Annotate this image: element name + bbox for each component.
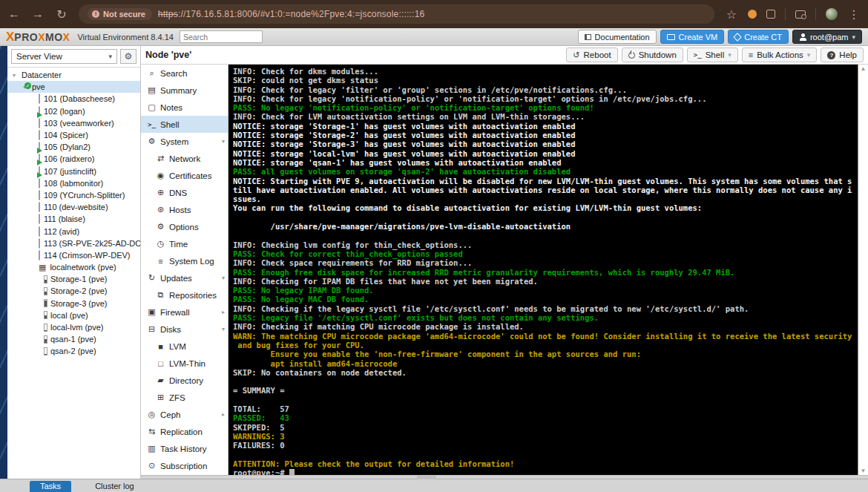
tree-item-107-justinclift[interactable]: 107 (justinclift) [7, 165, 140, 177]
menu-item-lvmthin[interactable]: □LVM-Thin [141, 355, 228, 372]
tree-item-103-veeamworker[interactable]: 103 (veeamworker) [7, 117, 140, 129]
global-search-input[interactable] [180, 30, 263, 43]
panel-splitter[interactable] [141, 475, 868, 479]
tree-item-storage-1-pve[interactable]: Storage-1 (pve) [7, 273, 140, 285]
menu-item-syslog[interactable]: ≡System Log [141, 252, 228, 269]
bulk-actions-button[interactable]: ≡Bulk Actions▾ [742, 47, 818, 62]
shell-terminal[interactable]: INFO: Check for dkms modules...SKIP: cou… [228, 65, 868, 475]
forward-icon[interactable]: → [31, 7, 45, 21]
view-selector[interactable]: Server View▾ [11, 49, 117, 64]
not-secure-badge[interactable]: ! Not secure [88, 8, 152, 20]
expand-caret-icon[interactable]: ▾ [10, 72, 18, 79]
bookmark-star-icon[interactable]: ☆ [725, 7, 738, 22]
tree-item-101-dabascheese[interactable]: 101 (Dabascheese) [7, 93, 140, 105]
menu-item-summary[interactable]: ▤Summary [141, 82, 228, 99]
tree-item-storage-2-pve[interactable]: Storage-2 (pve) [7, 285, 140, 297]
shutdown-button[interactable]: Shutdown [622, 47, 683, 62]
menu-item-search[interactable]: ⌕Search [141, 65, 228, 82]
create-ct-button[interactable]: Create CT [728, 30, 789, 44]
collapse-caret-icon[interactable]: ▾ [222, 275, 225, 281]
expand-caret-icon[interactable]: ▸ [222, 309, 225, 315]
tree-item-localnetwork-pve[interactable]: ▦localnetwork (pve) [7, 261, 140, 273]
tree-item-qsan-2-pve[interactable]: qsan-2 (pve) [7, 345, 140, 357]
menu-item-hosts[interactable]: ⊛Hosts [141, 201, 228, 218]
monitor-icon [667, 34, 675, 40]
menu-item-directory[interactable]: ▰Directory [141, 372, 228, 389]
help-button[interactable]: ?Help [821, 47, 864, 62]
menu-item-ceph[interactable]: ◎Ceph▸ [141, 406, 228, 423]
tree-item-109-ycrunch-splitter[interactable]: 109 (YCrunch-Splitter) [7, 189, 140, 201]
tree-item-qsan-1-pve[interactable]: qsan-1 (pve) [7, 333, 140, 345]
tab-search-icon[interactable] [795, 10, 806, 19]
help-icon: ? [827, 51, 835, 59]
menu-item-zfs[interactable]: ⊞ZFS [141, 389, 228, 406]
reload-icon[interactable]: ↻ [55, 7, 68, 22]
address-bar[interactable]: ! Not secure https://176.16.5.81:8006/#v… [79, 4, 714, 24]
chrome-actions: ☆ ⋮ [725, 7, 861, 22]
menu-item-network[interactable]: ⇄Network [141, 150, 228, 167]
tree-item-datacenter[interactable]: ▾Datacenter [7, 69, 140, 81]
tree-item-104-spicer[interactable]: 104 (Spicer) [7, 129, 140, 141]
splitter-handle[interactable] [417, 476, 436, 479]
menu-item-repositories[interactable]: ⧉Repositories [141, 286, 228, 304]
collapse-caret-icon[interactable]: ▾ [222, 138, 225, 145]
extensions-puzzle-icon[interactable] [766, 10, 775, 19]
tree-item-pve[interactable]: ▾pve [7, 81, 140, 93]
tab-cluster-log[interactable]: Cluster log [85, 481, 145, 492]
tree-item-label: 112 (avid) [44, 227, 79, 236]
tree-item-106-raidxero[interactable]: 106 (raidxero) [7, 153, 140, 165]
tree-item-111-blaise[interactable]: 111 (blaise) [7, 213, 140, 225]
tree-item-102-logan[interactable]: 102 (logan) [7, 105, 140, 117]
expand-caret-icon[interactable]: ▸ [222, 411, 225, 418]
collapse-caret-icon[interactable]: ▾ [222, 326, 225, 332]
terminal-scrollbar[interactable]: ▲ ▼ [858, 65, 868, 475]
tree-item-local-pve[interactable]: local (pve) [7, 309, 140, 321]
tree-item-label: Storage-3 (pve) [50, 299, 107, 308]
menu-item-certificates[interactable]: ◉Certificates [141, 167, 228, 184]
menu-item-dns[interactable]: ⊕DNS [141, 184, 228, 201]
terminal-line: NOTICE: storage 'Storage-1' has guest vo… [233, 122, 858, 131]
tree-item-local-lvm-pve[interactable]: local-lvm (pve) [7, 321, 140, 333]
terminal-output: INFO: Check for dkms modules...SKIP: cou… [228, 65, 858, 475]
menu-item-updates[interactable]: ↻Updates▾ [141, 269, 228, 286]
tree-item-114-crimson-wp-dev[interactable]: 114 (Crimson-WP-DEV) [7, 249, 140, 261]
menu-item-taskhistory[interactable]: ▥Task History [141, 440, 228, 457]
menu-item-firewall[interactable]: ▣Firewall▸ [141, 304, 228, 321]
menu-item-time[interactable]: ◷Time [141, 235, 228, 252]
tree-settings-button[interactable]: ⚙ [120, 49, 137, 64]
menu-item-replication[interactable]: ⇆Replication [141, 423, 228, 440]
menu-item-subscription[interactable]: ⊙Subscription [141, 457, 228, 474]
back-icon[interactable]: ← [7, 7, 21, 21]
tree-item-label: 107 (justinclift) [44, 167, 96, 176]
menu-item-notes[interactable]: ▢Notes [141, 99, 228, 116]
menu-item-shell[interactable]: >_Shell [141, 116, 228, 133]
terminal-line: /usr/share/pve-manager/migrations/pve-lv… [233, 222, 858, 231]
extension-icon[interactable] [748, 10, 757, 19]
user-menu-button[interactable]: root@pam▾ [792, 30, 862, 44]
menu-item-disks[interactable]: ⊟Disks▾ [141, 321, 228, 338]
scroll-up-icon[interactable]: ▲ [861, 65, 867, 73]
terminal-line: PASS: Legacy file '/etc/sysctl.conf' exi… [233, 313, 858, 322]
terminal-line [233, 231, 858, 240]
menu-dots-icon[interactable]: ⋮ [847, 7, 861, 22]
chevron-down-icon: ▾ [108, 53, 112, 60]
terminal-line: INFO: Checking if the legacy sysctl file… [233, 304, 858, 313]
menu-item-options[interactable]: ⚙Options [141, 218, 228, 235]
reboot-button[interactable]: ↺Reboot [566, 47, 617, 62]
tree-item-108-labmonitor[interactable]: 108 (labmonitor) [7, 177, 140, 189]
tab-tasks[interactable]: Tasks [30, 481, 71, 492]
tree-item-105-dylan2[interactable]: 105 (Dylan2) [7, 141, 140, 153]
menu-item-system[interactable]: ⚙System▾ [141, 133, 228, 150]
scroll-down-icon[interactable]: ▼ [861, 467, 867, 475]
documentation-button[interactable]: Documentation [578, 30, 657, 44]
tree-item-113-sr-pve-2k25-ad-dc[interactable]: 113 (SR-PVE-2k25-AD-DC) [7, 237, 140, 249]
menu-item-lvm[interactable]: ■LVM [141, 338, 228, 355]
profile-avatar[interactable] [826, 8, 838, 20]
vm-stopped-icon [39, 227, 40, 236]
shell-button[interactable]: >_Shell▾ [687, 47, 738, 62]
tree-item-storage-3-pve[interactable]: Storage-3 (pve) [7, 298, 140, 309]
create-vm-button[interactable]: Create VM [660, 30, 725, 44]
page-title: Node 'pve' [145, 50, 191, 60]
tree-item-110-dev-website[interactable]: 110 (dev-website) [7, 201, 140, 213]
tree-item-112-avid[interactable]: 112 (avid) [7, 225, 140, 237]
